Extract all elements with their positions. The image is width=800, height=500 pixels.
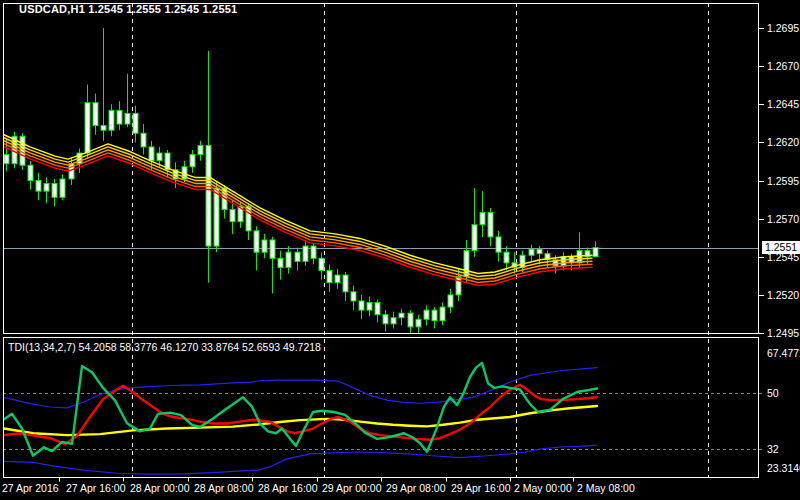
candle-body xyxy=(327,270,332,282)
candle-body xyxy=(157,153,162,161)
candle-body xyxy=(4,155,9,164)
candle-body xyxy=(109,110,114,130)
candle-body xyxy=(295,252,300,261)
candle-body xyxy=(383,315,388,324)
candle-body xyxy=(149,147,154,161)
candle-body xyxy=(456,277,461,295)
candle-body xyxy=(537,249,542,254)
candle-body xyxy=(101,126,106,131)
candle-body xyxy=(367,303,372,311)
candle-body xyxy=(375,303,380,315)
time-axis-label: 27 Apr 2016 xyxy=(2,482,59,494)
candle-body xyxy=(529,249,534,255)
candle-body xyxy=(190,155,195,167)
candle-body xyxy=(278,258,283,267)
tdi-rsi-price-line xyxy=(4,363,597,456)
symbol-ohlc-title: USDCAD,H1 1.2545 1.2555 1.2545 1.2551 xyxy=(19,3,237,15)
candle-body xyxy=(399,313,404,318)
candle-body xyxy=(335,275,340,283)
candle-body xyxy=(593,248,598,257)
candle-body xyxy=(496,237,501,252)
tdi-panel-frame xyxy=(4,338,759,478)
price-axis-label: 1.2620 xyxy=(767,136,799,148)
chart-canvas[interactable] xyxy=(0,0,800,500)
candle-body xyxy=(230,209,235,221)
candle-body xyxy=(561,257,566,266)
price-axis-label: 1.2595 xyxy=(767,175,799,187)
candle-body xyxy=(93,103,98,126)
candle-body xyxy=(198,145,203,154)
candle-body xyxy=(133,113,138,133)
candle-body xyxy=(440,307,445,321)
candle-body xyxy=(424,310,429,319)
tdi-axis-label: 50 xyxy=(767,387,779,399)
mt4-chart-window: USDCAD,H1 1.2545 1.2555 1.2545 1.2551 TD… xyxy=(0,0,800,500)
time-axis-label: 28 Apr 08:00 xyxy=(194,482,254,494)
candle-body xyxy=(359,301,364,310)
tdi-axis-label: 23.3146 xyxy=(767,462,800,474)
main-chart-frame xyxy=(4,4,759,334)
candle-body xyxy=(448,295,453,307)
time-axis-label: 28 Apr 16:00 xyxy=(258,482,318,494)
candle-body xyxy=(520,255,525,267)
time-axis-label: 2 May 08:00 xyxy=(577,482,635,494)
candle-body xyxy=(472,225,477,251)
candle-body xyxy=(311,246,316,258)
candle-body xyxy=(125,113,130,124)
candle-body xyxy=(319,258,324,270)
price-axis-label: 1.2695 xyxy=(767,22,799,34)
candle-body xyxy=(351,292,356,301)
candle-body xyxy=(36,181,41,192)
candle-body xyxy=(270,240,275,258)
time-axis-label: 29 Apr 08:00 xyxy=(386,482,446,494)
time-axis-label: 29 Apr 00:00 xyxy=(322,482,382,494)
candle-body xyxy=(303,246,308,261)
candle-body xyxy=(214,188,219,246)
candle-body xyxy=(141,133,146,147)
candle-body xyxy=(480,213,485,225)
candle-body xyxy=(488,213,493,237)
candle-body xyxy=(343,275,348,292)
candle-body xyxy=(504,252,509,263)
candle-body xyxy=(391,318,396,324)
price-axis-label: 1.2645 xyxy=(767,98,799,110)
candle-body xyxy=(286,252,291,267)
time-axis-label: 28 Apr 00:00 xyxy=(130,482,190,494)
candle-body xyxy=(60,179,65,197)
candle-body xyxy=(117,110,122,124)
tdi-indicator-label: TDI(13,34,2,7) 54.2058 58.3776 46.1270 3… xyxy=(8,341,321,353)
candle-body xyxy=(432,310,437,321)
price-axis-label: 1.2670 xyxy=(767,60,799,72)
candle-body xyxy=(206,145,211,246)
tdi-axis-label: 67.4771 xyxy=(767,347,800,359)
candle-body xyxy=(254,231,259,252)
time-axis-label: 29 Apr 16:00 xyxy=(451,482,511,494)
candle-body xyxy=(577,251,582,263)
candle-body xyxy=(262,240,267,252)
candle-body xyxy=(416,319,421,327)
time-axis-label: 27 Apr 16:00 xyxy=(66,482,126,494)
candle-body xyxy=(52,184,57,198)
candle-body xyxy=(408,313,413,327)
candle-body xyxy=(28,165,33,180)
tdi-axis-label: 32 xyxy=(767,443,779,455)
candle-body xyxy=(85,103,90,153)
price-axis-label: 1.2570 xyxy=(767,213,799,225)
price-axis-label: 1.2495 xyxy=(767,327,799,339)
current-price-tag: 1.2551 xyxy=(762,241,800,254)
time-axis-label: 2 May 00:00 xyxy=(514,482,572,494)
price-axis-label: 1.2520 xyxy=(767,289,799,301)
candle-body xyxy=(44,184,49,192)
